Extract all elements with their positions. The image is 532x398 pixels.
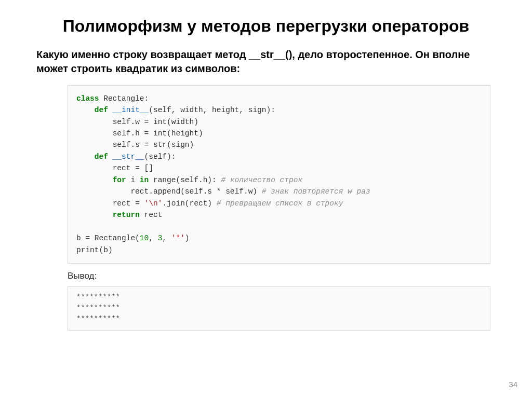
kw-return: return xyxy=(113,211,140,219)
code-line: print(b) xyxy=(76,246,113,254)
output-label: Вывод: xyxy=(68,271,496,281)
fn-name: __str__ xyxy=(108,153,144,161)
slide-title: Полиморфизм у методов перегрузки операто… xyxy=(36,16,496,37)
kw-def: def xyxy=(95,106,108,114)
code-text: b = Rectangle( xyxy=(76,234,140,242)
slide-body: Какую именно строку возвращает метод __s… xyxy=(36,48,496,76)
kw-class: class xyxy=(76,94,99,103)
kw-in: in xyxy=(140,176,149,184)
code-text: , xyxy=(162,234,171,242)
code-text: i xyxy=(126,176,140,184)
code-line: self.s = str(sign) xyxy=(113,141,194,149)
code-line: rect = [] xyxy=(113,164,153,172)
comment: # знак повторяется w раз xyxy=(262,187,370,196)
code-example: class Rectangle: def __init__(self, widt… xyxy=(68,85,490,264)
code-line: self.w = int(width) xyxy=(113,118,198,126)
comment: # превращаем список в строку xyxy=(217,199,343,208)
string-lit: '\n' xyxy=(144,199,163,208)
fn-params: (self, width, height, sign): xyxy=(149,106,275,114)
output-block: ********** ********** ********** xyxy=(68,286,490,331)
kw-for: for xyxy=(113,176,126,184)
code-text: rect xyxy=(140,211,163,219)
slide-content: Полиморфизм у методов перегрузки операто… xyxy=(0,0,532,341)
fn-params: (self): xyxy=(144,153,176,161)
code-text: , xyxy=(149,234,157,242)
code-line: self.h = int(height) xyxy=(113,129,203,138)
string-lit: '*' xyxy=(171,234,185,242)
code-text: Rectangle: xyxy=(99,94,149,103)
kw-def: def xyxy=(95,153,108,161)
comment: # количество строк xyxy=(221,176,302,184)
fn-name: __init__ xyxy=(108,106,149,114)
code-text: rect = xyxy=(113,199,144,208)
code-text: range(self.h): xyxy=(149,176,221,184)
code-text: ) xyxy=(185,234,190,242)
num-lit: 10 xyxy=(140,234,149,242)
page-number: 34 xyxy=(509,380,517,389)
code-text: .join(rect) xyxy=(162,199,216,208)
code-line: rect.append(self.s * self.w) xyxy=(130,187,261,196)
